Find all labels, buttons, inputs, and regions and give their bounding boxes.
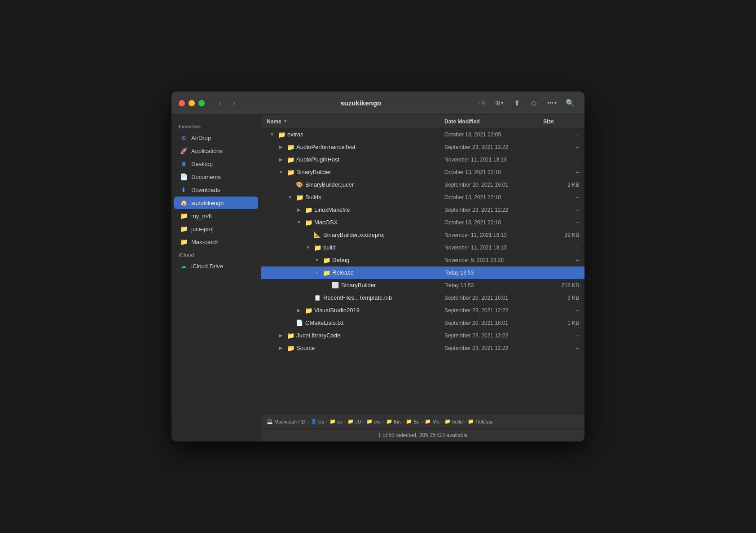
tag-button[interactable]: ◇: [527, 96, 541, 110]
disclosure-icon[interactable]: ▼: [313, 257, 321, 264]
breadcrumb-item[interactable]: 💻 Macintosh HD: [267, 419, 305, 424]
file-name-cell: ▼ 📁 extras: [267, 131, 444, 139]
file-name: Release: [332, 269, 354, 276]
disclosure-icon: ▶: [304, 232, 312, 239]
file-name: extras: [287, 131, 303, 138]
downloads-icon: ⬇: [180, 186, 188, 194]
column-name[interactable]: Name ▼: [267, 118, 444, 125]
table-row[interactable]: ▼ 📁 build November 11, 2021 18:13 --: [261, 241, 585, 254]
sidebar-item-icloud-drive[interactable]: ☁ iCloud Drive: [174, 260, 258, 272]
breadcrumb-item[interactable]: 📁 ext: [366, 419, 381, 424]
sidebar-item-applications[interactable]: 🚀 Applications: [174, 144, 258, 157]
table-row[interactable]: ▶ ⬜ BinaryBuilder Today 13:53 218 KB: [261, 279, 585, 292]
disclosure-icon[interactable]: ▶: [277, 156, 285, 163]
sidebar-item-suzukikengo[interactable]: 🏠 suzukikengo: [174, 197, 258, 209]
table-row[interactable]: ▶ 📄 CMakeLists.txt September 20, 2021 16…: [261, 317, 585, 329]
sidebar-item-label: AirDrop: [191, 135, 211, 141]
folder-icon: 📁: [180, 212, 188, 220]
disclosure-icon[interactable]: ▶: [277, 345, 285, 352]
disclosure-icon[interactable]: ▶: [277, 332, 285, 339]
table-row[interactable]: ▶ 📐 BinaryBuilder.xcodeproj November 11,…: [261, 229, 585, 241]
more-button[interactable]: ••• ▾: [544, 98, 560, 108]
column-size[interactable]: Size: [543, 118, 579, 125]
folder-small-icon: 📁: [444, 419, 451, 424]
column-headers: Name ▼ Date Modified Size: [261, 115, 585, 128]
chevron-down-icon: ▾: [501, 100, 503, 105]
file-name: RecentFiles...Template.nib: [323, 294, 392, 301]
table-row[interactable]: ▼ 📁 BinaryBuilder October 13, 2021 22:10…: [261, 166, 585, 179]
file-name-cell: ▶ 📁 AudioPluginHost: [267, 156, 444, 164]
sidebar-item-airdrop[interactable]: ⊕ AirDrop: [174, 131, 258, 144]
file-name-cell: ▶ 📐 BinaryBuilder.xcodeproj: [267, 231, 444, 239]
breadcrumb-item-release[interactable]: 📁 Release: [468, 419, 493, 424]
disclosure-icon[interactable]: ▶: [295, 307, 303, 314]
breadcrumb-item[interactable]: 📁 JU: [347, 419, 361, 424]
forward-button[interactable]: ›: [228, 97, 241, 109]
table-row[interactable]: ▼ 📁 MacOSX October 13, 2021 22:10 --: [261, 216, 585, 229]
table-row[interactable]: ▶ 📁 LinuxMakefile September 23, 2021 12:…: [261, 204, 585, 216]
sidebar-item-juce-proj[interactable]: 📁 juce-proj: [174, 223, 258, 235]
list-icon: ≡: [477, 100, 481, 106]
disclosure-icon[interactable]: ▼: [286, 194, 294, 201]
search-button[interactable]: 🔍: [563, 96, 577, 110]
grid-view-button[interactable]: ⊞ ▾: [492, 98, 507, 108]
disclosure-icon[interactable]: ▶: [295, 206, 303, 214]
folder-icon: 📁: [304, 306, 312, 315]
close-button[interactable]: [179, 100, 185, 106]
sidebar-item-label: juce-proj: [191, 226, 214, 232]
disclosure-icon[interactable]: ▶: [277, 144, 285, 151]
folder-icon: 📁: [286, 344, 294, 352]
share-button[interactable]: ⬆: [510, 96, 524, 110]
breadcrumb-item[interactable]: 📁 build: [444, 419, 462, 424]
sort-indicator: ▼: [283, 119, 288, 124]
file-name: CMakeLists.txt: [305, 319, 343, 326]
table-row[interactable]: ▼ 📁 Builds October 13, 2021 22:10 --: [261, 191, 585, 204]
sidebar-item-label: my_m4l: [191, 213, 212, 219]
column-date[interactable]: Date Modified: [444, 118, 543, 125]
list-view-button[interactable]: ≡ ⇅: [474, 98, 489, 108]
breadcrumb-label: Release: [475, 419, 493, 424]
folder-icon: 📁: [304, 218, 312, 227]
sidebar-item-downloads[interactable]: ⬇ Downloads: [174, 183, 258, 196]
finder-window: ‹ › suzukikengo ≡ ⇅ ⊞ ▾ ⬆ ◇ ••• ▾: [171, 92, 585, 441]
breadcrumb-item[interactable]: 📁 su: [330, 419, 343, 424]
table-row[interactable]: ▶ 📁 AudioPluginHost November 11, 2021 18…: [261, 153, 585, 166]
file-date: October 13, 2021 22:10: [444, 194, 543, 201]
minimize-button[interactable]: [189, 100, 195, 106]
breadcrumb-item[interactable]: 👤 Us: [311, 419, 324, 424]
table-row[interactable]: ▶ 📁 Source September 23, 2021 12:22 --: [261, 342, 585, 354]
table-row[interactable]: ▶ 📁 AudioPerformanceTest September 23, 2…: [261, 141, 585, 153]
file-name-cell: ▶ 📁 LinuxMakefile: [267, 206, 444, 214]
table-row[interactable]: ▶ 📁 JuceLibraryCode September 23, 2021 1…: [261, 329, 585, 342]
file-size: --: [543, 307, 579, 314]
table-row[interactable]: ▶ 🎨 BinaryBuilder.jucer September 20, 20…: [261, 179, 585, 191]
sidebar-item-documents[interactable]: 📄 Documents: [174, 170, 258, 183]
folder-small-icon: 📁: [347, 419, 354, 424]
folder-small-icon: 📁: [468, 419, 474, 424]
file-list-area: Name ▼ Date Modified Size ▼ 📁 extras Oct…: [261, 115, 585, 441]
maximize-button[interactable]: [198, 100, 205, 106]
search-icon: 🔍: [566, 99, 575, 107]
disclosure-icon[interactable]: ▼: [304, 244, 312, 251]
sidebar-item-my-m4l[interactable]: 📁 my_m4l: [174, 210, 258, 222]
file-size: --: [543, 219, 579, 226]
file-name-cell: ▶ ⬜ BinaryBuilder: [267, 281, 444, 289]
table-row[interactable]: ▼ 📁 extras October 13, 2021 22:09 --: [261, 128, 585, 141]
disclosure-icon[interactable]: ▼: [268, 131, 276, 138]
breadcrumb-item[interactable]: 📁 Bin: [386, 419, 401, 424]
window-title: suzukikengo: [248, 99, 474, 107]
disclosure-icon[interactable]: ▼: [295, 219, 303, 226]
sidebar-item-max-patch[interactable]: 📁 Max-patch: [174, 236, 258, 248]
back-button[interactable]: ‹: [214, 97, 226, 109]
breadcrumb-item[interactable]: 📁 Ma: [425, 419, 439, 424]
breadcrumb-label: Bu: [413, 419, 419, 424]
table-row[interactable]: ▶ 📋 RecentFiles...Template.nib September…: [261, 292, 585, 304]
table-row[interactable]: ▼ 📁 Release Today 13:53 --: [261, 266, 585, 279]
table-row[interactable]: ▶ 📁 VisualStudio2019 September 23, 2021 …: [261, 304, 585, 317]
sidebar-item-desktop[interactable]: 🖥 Desktop: [174, 157, 258, 170]
nib-icon: 📋: [313, 294, 321, 302]
table-row[interactable]: ▼ 📁 Debug November 9, 2021 23:28 --: [261, 254, 585, 266]
disclosure-icon[interactable]: ▼: [313, 269, 321, 276]
disclosure-icon[interactable]: ▼: [277, 169, 285, 176]
breadcrumb-item[interactable]: 📁 Bu: [406, 419, 419, 424]
